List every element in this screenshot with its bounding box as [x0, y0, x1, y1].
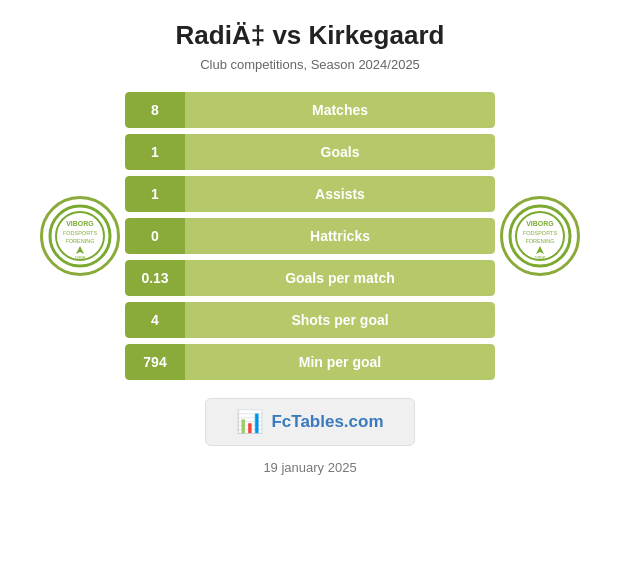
fctables-label: FcTables.com [271, 412, 383, 432]
left-logo: VIBORG FODSPORTS FORENING 1896 [35, 196, 125, 276]
stat-row: 0.13Goals per match [125, 260, 495, 296]
stat-label: Goals [185, 134, 495, 170]
stats-section: VIBORG FODSPORTS FORENING 1896 8Matches1… [0, 92, 620, 380]
stat-value: 1 [125, 176, 185, 212]
svg-text:VIBORG: VIBORG [526, 220, 554, 227]
stat-value: 794 [125, 344, 185, 380]
stat-label: Matches [185, 92, 495, 128]
left-club-logo: VIBORG FODSPORTS FORENING 1896 [40, 196, 120, 276]
right-club-crest-svg: VIBORG FODSPORTS FORENING 1896 [508, 204, 572, 268]
stat-row: 8Matches [125, 92, 495, 128]
stat-value: 8 [125, 92, 185, 128]
svg-text:1896: 1896 [74, 255, 85, 261]
svg-text:1896: 1896 [534, 255, 545, 261]
stat-value: 0 [125, 218, 185, 254]
stats-rows: 8Matches1Goals1Assists0Hattricks0.13Goal… [125, 92, 495, 380]
stat-row: 4Shots per goal [125, 302, 495, 338]
svg-text:FORENING: FORENING [525, 238, 554, 244]
stat-label: Shots per goal [185, 302, 495, 338]
svg-text:VIBORG: VIBORG [66, 220, 94, 227]
stat-value: 4 [125, 302, 185, 338]
stat-value: 0.13 [125, 260, 185, 296]
right-logo: VIBORG FODSPORTS FORENING 1896 [495, 196, 585, 276]
right-club-logo: VIBORG FODSPORTS FORENING 1896 [500, 196, 580, 276]
stat-label: Min per goal [185, 344, 495, 380]
svg-text:FODSPORTS: FODSPORTS [63, 230, 97, 236]
svg-text:FODSPORTS: FODSPORTS [523, 230, 557, 236]
page-title: RadiÄ‡ vs Kirkegaard [176, 20, 445, 51]
left-club-crest-svg: VIBORG FODSPORTS FORENING 1896 [48, 204, 112, 268]
stat-row: 1Assists [125, 176, 495, 212]
stat-label: Hattricks [185, 218, 495, 254]
stat-row: 794Min per goal [125, 344, 495, 380]
footer-date: 19 january 2025 [263, 460, 356, 475]
stat-label: Assists [185, 176, 495, 212]
stat-label: Goals per match [185, 260, 495, 296]
fctables-icon: 📊 [236, 409, 263, 435]
fctables-banner: 📊 FcTables.com [205, 398, 414, 446]
svg-text:FORENING: FORENING [65, 238, 94, 244]
stat-row: 1Goals [125, 134, 495, 170]
page-wrapper: RadiÄ‡ vs Kirkegaard Club competitions, … [0, 0, 620, 580]
stat-row: 0Hattricks [125, 218, 495, 254]
page-subtitle: Club competitions, Season 2024/2025 [200, 57, 420, 72]
stat-value: 1 [125, 134, 185, 170]
